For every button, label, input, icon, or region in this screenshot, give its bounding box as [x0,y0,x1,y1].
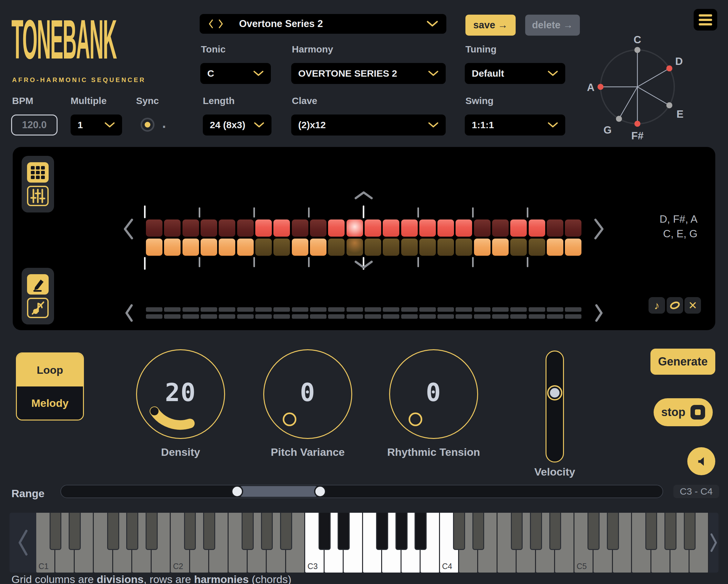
mini-step-dash[interactable] [565,307,581,312]
mini-step-dash[interactable] [292,314,308,319]
note-dot-F#[interactable] [634,121,641,127]
black-key-A#3[interactable] [415,513,426,550]
seq-cell-top-17[interactable] [437,220,454,237]
rhythmic-tension-knob[interactable]: 0 Rhythmic Tension [389,349,478,439]
mini-step-dash[interactable] [383,314,399,319]
seq-cell-bottom-20[interactable] [492,238,509,256]
tie-button[interactable] [667,297,683,314]
chevron-down-icon[interactable] [426,21,438,27]
length-select[interactable]: 24 (8x3) [203,115,271,135]
preset-name[interactable]: Overtone Series 2 [239,18,323,30]
mini-scroll-right-icon[interactable] [595,304,603,322]
delete-button[interactable]: delete → [525,15,580,35]
note-dot-D[interactable] [666,66,672,72]
seq-cell-bottom-22[interactable] [529,238,545,256]
mini-step-dash[interactable] [255,307,272,312]
seq-cell-bottom-2[interactable] [164,238,181,256]
clave-select[interactable]: (2)x12 [291,115,446,135]
hamburger-menu-button[interactable] [694,9,717,30]
seq-cell-bottom-1[interactable] [146,238,162,256]
seq-cell-bottom-7[interactable] [255,238,272,256]
seq-cell-top-13[interactable] [365,220,381,237]
note-dot-E[interactable] [666,102,672,108]
black-key-A#5[interactable] [684,513,696,550]
seq-cell-top-7[interactable] [255,220,272,237]
black-key-D#1[interactable] [69,513,81,550]
mini-step-dash[interactable] [237,314,254,319]
black-key-G#2[interactable] [261,513,273,550]
seq-cell-top-16[interactable] [419,220,436,237]
mini-step-dash[interactable] [510,307,527,312]
black-key-D#4[interactable] [472,513,485,550]
seq-cell-bottom-16[interactable] [419,238,436,256]
mini-step-dash[interactable] [274,314,290,319]
seq-cell-bottom-11[interactable] [328,238,345,256]
mini-step-dash[interactable] [310,307,327,312]
seq-cell-top-20[interactable] [492,220,509,237]
row-shift-down-icon[interactable] [354,260,373,269]
seq-cell-bottom-15[interactable] [401,238,418,256]
save-button[interactable]: save → [465,15,516,35]
mini-step-dash[interactable] [401,307,418,312]
mini-step-dash[interactable] [146,307,162,312]
seq-cell-bottom-21[interactable] [510,238,527,256]
mini-step-dash[interactable] [237,307,254,312]
strip-scroll-right-icon[interactable] [593,218,605,240]
mini-step-dash[interactable] [201,314,217,319]
mini-step-dash[interactable] [365,307,381,312]
swing-select[interactable]: 1:1:1 [465,115,565,135]
mini-step-dash[interactable] [219,307,235,312]
mini-step-dash[interactable] [401,314,418,319]
seq-cell-bottom-10[interactable] [310,238,327,256]
clear-button[interactable]: ✕ [684,297,701,314]
speaker-button[interactable] [687,447,715,475]
mini-step-dash[interactable] [182,314,199,319]
mini-step-dash[interactable] [346,314,363,319]
black-key-G#3[interactable] [395,513,408,550]
black-key-A#4[interactable] [549,513,562,550]
mini-step-dash[interactable] [365,314,381,319]
mini-step-dash[interactable] [474,314,491,319]
seq-cell-bottom-19[interactable] [474,238,491,256]
black-key-F#2[interactable] [242,513,254,550]
note-dot-G[interactable] [616,116,622,122]
seq-cell-top-24[interactable] [565,220,581,237]
tonic-select[interactable]: C [200,63,271,84]
tuning-select[interactable]: Default [465,63,565,84]
seq-cell-top-18[interactable] [456,220,472,237]
mini-step-dash[interactable] [164,314,181,319]
seq-cell-bottom-24[interactable] [565,238,581,256]
range-handle-high[interactable] [314,485,326,498]
seq-cell-top-12[interactable] [346,220,363,237]
mini-step-dash[interactable] [328,307,345,312]
mode-melody-button[interactable]: Melody [17,386,83,420]
seq-cell-bottom-5[interactable] [219,238,235,256]
black-key-F#3[interactable] [376,513,388,550]
mode-loop-button[interactable]: Loop [17,353,83,386]
black-key-F#5[interactable] [645,513,657,550]
mini-step-dash[interactable] [437,307,454,312]
mini-step-dash[interactable] [310,314,327,319]
seq-cell-bottom-3[interactable] [182,238,199,256]
black-key-C#2[interactable] [184,513,196,550]
seq-cell-top-4[interactable] [201,220,217,237]
stop-button[interactable]: stop [654,398,713,426]
seq-cell-bottom-17[interactable] [437,238,454,256]
note-dot-C[interactable] [634,47,641,53]
mini-scroll-left-icon[interactable] [125,304,133,322]
seq-cell-bottom-4[interactable] [201,238,217,256]
seq-cell-top-10[interactable] [310,220,327,237]
mini-step-dash[interactable] [510,314,527,319]
velocity-thumb[interactable] [547,385,562,401]
mini-step-dash[interactable] [547,314,563,319]
mini-step-dash[interactable] [547,307,563,312]
mini-step-dash[interactable] [328,314,345,319]
mini-step-dash[interactable] [383,307,399,312]
preset-prev-icon[interactable] [208,19,214,29]
mini-step-dash[interactable] [201,307,217,312]
mini-step-dash[interactable] [346,307,363,312]
seq-cell-top-19[interactable] [474,220,491,237]
black-key-F#4[interactable] [511,513,523,550]
black-key-D#5[interactable] [607,513,619,550]
keyboard-scroll-right[interactable] [709,513,719,573]
